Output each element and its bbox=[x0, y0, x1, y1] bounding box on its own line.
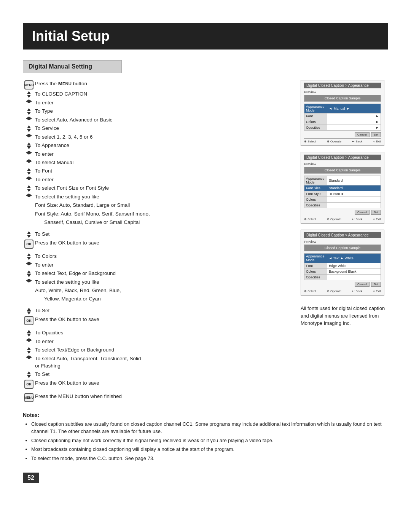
step-appearance: To Appearance bbox=[35, 142, 292, 149]
font-style-label2: Sanserif, Casual, Cursive or Small Capit… bbox=[44, 219, 292, 226]
table-cell-label: Colors bbox=[304, 119, 327, 125]
page-number: 52 bbox=[23, 473, 39, 483]
footer-exit-2: ○ Exit bbox=[373, 217, 381, 221]
ui-screen-1-title: Digital Closed Caption > Appearance bbox=[304, 83, 381, 88]
footer-select-2: ⊕ Select bbox=[304, 217, 316, 221]
cancel-button-3[interactable]: Cancel bbox=[355, 282, 370, 287]
ok-icon-1: OK bbox=[23, 240, 35, 249]
step-set1: To Set bbox=[35, 230, 292, 238]
arrow-lr-icon-5 bbox=[23, 159, 35, 163]
instruction-row-setting1: To select the setting you like bbox=[23, 193, 292, 201]
table-row: Colors Background Black bbox=[304, 269, 381, 275]
page-title: Initial Setup bbox=[32, 28, 379, 44]
cancel-button-2[interactable]: Cancel bbox=[355, 210, 370, 215]
step-service: To Service bbox=[35, 125, 292, 132]
ok-save1: Press the OK button to save bbox=[35, 239, 292, 247]
arrow-ud-icon-5 bbox=[23, 168, 35, 175]
footer-operate-2: ⊕ Operate bbox=[327, 217, 341, 221]
ok-save2: Press the OK button to save bbox=[35, 316, 292, 323]
step-setting1: To select the setting you like bbox=[35, 193, 292, 201]
footer-back-3: ↩ Back bbox=[352, 289, 362, 293]
ok-button-icon-2: OK bbox=[24, 316, 33, 325]
instruction-row-enter2: To enter bbox=[23, 150, 292, 158]
footer-back-2: ↩ Back bbox=[352, 217, 362, 221]
notes-section: Notes: Closed caption subtitles are usua… bbox=[23, 412, 388, 462]
ui-screen-2-footer: ⊕ Select ⊕ Operate ↩ Back ○ Exit bbox=[304, 216, 381, 221]
ui-screen-2-sample: Closed Caption Sample bbox=[304, 167, 381, 174]
set-button-2[interactable]: Set bbox=[371, 210, 381, 215]
arrow-ud-icon-6 bbox=[23, 185, 35, 192]
arrow-ud-icon-9 bbox=[23, 270, 35, 278]
instruction-row-service: To Service bbox=[23, 125, 292, 133]
ok-icon-3: OK bbox=[23, 380, 35, 389]
instruction-row-setting2: To select the setting you like bbox=[23, 278, 292, 286]
right-side-note: All fonts used for digital closed captio… bbox=[301, 305, 388, 327]
instruction-row-enter5: To enter bbox=[23, 338, 292, 345]
colors-options: Auto, White, Black, Red, Green, Blue, bbox=[35, 287, 292, 294]
list-item: Most broadcasts containing closed captio… bbox=[31, 446, 388, 453]
table-cell-label: Font Size bbox=[304, 185, 327, 191]
set-button[interactable]: Set bbox=[371, 132, 381, 137]
step-colors: To Colors bbox=[35, 252, 292, 260]
table-cell-label: Appearance Mode bbox=[304, 104, 327, 113]
instruction-row-123: To select 1, 2, 3, 4, 5 or 6 bbox=[23, 133, 292, 141]
arrow-ud-icon-1 bbox=[23, 91, 35, 98]
table-cell-label: Opacities bbox=[304, 125, 327, 131]
footer-operate-3: ⊕ Operate bbox=[327, 289, 341, 293]
step-select-123: To select 1, 2, 3, 4, 5 or 6 bbox=[35, 133, 292, 141]
step-modes: To select Auto, Transparent, Translucent… bbox=[35, 355, 292, 370]
table-row: Opacities ► bbox=[304, 125, 381, 131]
table-cell-label: Appearance Mode bbox=[304, 254, 327, 263]
table-row: Appearance Mode Standard bbox=[304, 176, 381, 185]
ui-screen-2: Digital Closed Caption > Appearance Prev… bbox=[301, 152, 384, 224]
ui-screen-1: Digital Closed Caption > Appearance Prev… bbox=[301, 80, 384, 146]
table-cell-label: Colors bbox=[304, 197, 327, 203]
footer-operate: ⊕ Operate bbox=[327, 140, 341, 143]
arrow-lr-icon-8 bbox=[23, 262, 35, 265]
ui-screen-2-title: Digital Closed Caption > Appearance bbox=[304, 155, 381, 160]
ok-button-icon-3: OK bbox=[24, 380, 33, 389]
instruction-row-enter4: To enter bbox=[23, 261, 292, 269]
table-cell-label: Opacities bbox=[304, 203, 327, 208]
list-item: Closed captioning may not work correctly… bbox=[31, 437, 388, 444]
table-row: Font Edge White bbox=[304, 263, 381, 269]
instruction-row-ok2: OK Press the OK button to save bbox=[23, 316, 292, 325]
instruction-row-menu: MENU Press the MENU button bbox=[23, 80, 292, 89]
main-content: MENU Press the MENU button To CLOSED CAP… bbox=[23, 80, 388, 403]
ui-screen-3-sample: Closed Caption Sample bbox=[304, 244, 381, 251]
arrow-ud-icon-12 bbox=[23, 347, 35, 354]
instruction-row-appearance: To Appearance bbox=[23, 142, 292, 150]
step-font: To Font bbox=[35, 167, 292, 175]
step-enter3: To enter bbox=[35, 176, 292, 184]
step-enter1: To enter bbox=[35, 99, 292, 107]
table-cell-label: Appearance Mode bbox=[304, 176, 327, 185]
ui-screen-2-preview: Preview bbox=[304, 162, 381, 166]
set-button-3[interactable]: Set bbox=[371, 282, 381, 287]
table-row: Appearance Mode ◄ Text ► White bbox=[304, 254, 381, 263]
font-style-label: Font Style: Auto, Serif Mono, Serif, San… bbox=[35, 210, 292, 218]
arrow-ud-icon-13 bbox=[23, 371, 35, 379]
footer-exit-3: ○ Exit bbox=[373, 289, 381, 293]
ui-screen-1-footer: ⊕ Select ⊕ Operate ↩ Back ○ Exit bbox=[304, 138, 381, 143]
arrow-lr-icon-10 bbox=[23, 338, 35, 342]
footer-select-3: ⊕ Select bbox=[304, 289, 316, 293]
menu-button-icon-2: MENU bbox=[24, 393, 33, 402]
ui-screen-3: Digital Closed Caption > Appearance Prev… bbox=[301, 230, 384, 296]
instruction-row-enter1: To enter bbox=[23, 99, 292, 107]
step-closed-caption: To CLOSED CAPTION bbox=[35, 90, 292, 98]
page-container: Initial Setup Digital Manual Setting MEN… bbox=[0, 0, 411, 498]
instruction-row-modes: To select Auto, Transparent, Translucent… bbox=[23, 355, 292, 370]
footer-select: ⊕ Select bbox=[304, 140, 316, 143]
cancel-button[interactable]: Cancel bbox=[355, 132, 370, 137]
instruction-row-colors: To Colors bbox=[23, 252, 292, 260]
step-to-type: To Type bbox=[35, 107, 292, 115]
table-row: Font Style ◄ Auto ► bbox=[304, 191, 381, 197]
arrow-ud-icon-3 bbox=[23, 125, 35, 133]
ui-screen-1-table: Appearance Mode ◄Manual► Font ► Colors ► bbox=[304, 104, 381, 131]
step-auto-advanced: To select Auto, Advanced or Basic bbox=[35, 116, 292, 124]
arrow-lr-icon-11 bbox=[23, 355, 35, 359]
step-setting2: To select the setting you like bbox=[35, 278, 292, 286]
arrow-lr-icon-3 bbox=[23, 134, 35, 137]
ok-button-icon-1: OK bbox=[24, 240, 33, 249]
table-cell-label: Font bbox=[304, 113, 327, 119]
